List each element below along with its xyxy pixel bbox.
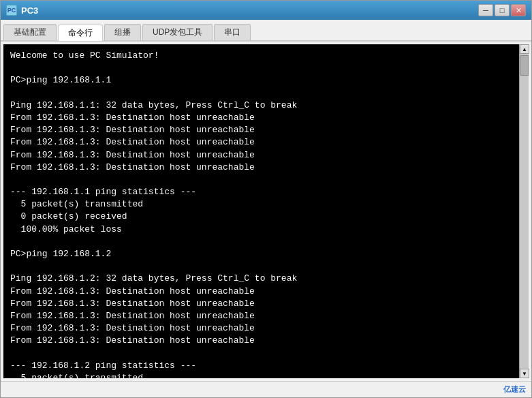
title-bar: PC PC3 ─ □ ✕	[1, 1, 531, 20]
scroll-thumb[interactable]	[520, 55, 529, 76]
window-title: PC3	[21, 5, 38, 16]
bottom-bar: 亿速云	[1, 381, 531, 397]
content-area: Welcome to use PC Simulator! PC>ping 192…	[1, 42, 531, 381]
tab-udp-tool[interactable]: UDP发包工具	[142, 24, 213, 40]
terminal-output[interactable]: Welcome to use PC Simulator! PC>ping 192…	[3, 44, 519, 378]
close-button[interactable]: ✕	[511, 4, 526, 16]
scroll-down-button[interactable]: ▼	[520, 369, 529, 378]
maximize-button[interactable]: □	[495, 4, 510, 16]
tab-command-line[interactable]: 命令行	[58, 25, 103, 41]
tab-basic-config[interactable]: 基础配置	[3, 24, 57, 40]
title-bar-controls: ─ □ ✕	[478, 4, 526, 16]
tabs-bar: 基础配置 命令行 组播 UDP发包工具 串口	[1, 20, 531, 42]
title-bar-left: PC PC3	[6, 5, 38, 16]
scroll-up-button[interactable]: ▲	[520, 44, 529, 54]
brand-logo: 亿速云	[503, 384, 526, 395]
tab-serial[interactable]: 串口	[214, 24, 251, 40]
scrollbar[interactable]: ▲ ▼	[519, 44, 529, 378]
minimize-button[interactable]: ─	[478, 4, 493, 16]
window-icon: PC	[6, 5, 17, 16]
terminal-container: Welcome to use PC Simulator! PC>ping 192…	[3, 44, 529, 378]
main-window: PC PC3 ─ □ ✕ 基础配置 命令行 组播 UDP发包工具 串口 Welc…	[0, 0, 532, 398]
tab-multicast[interactable]: 组播	[104, 24, 141, 40]
